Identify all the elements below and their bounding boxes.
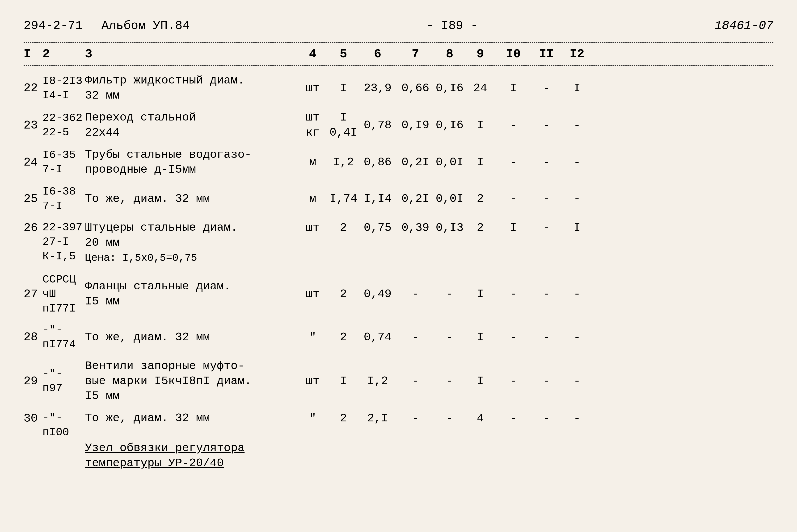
row-col7: 0,2I (397, 192, 434, 205)
row-col9: 2 (465, 192, 495, 205)
table-row: 26 22-39727-IК-I,5 Штуцеры стальные диам… (23, 215, 774, 265)
row-unit: шт (297, 375, 328, 388)
row-col6: I,2 (359, 375, 397, 388)
row-col10: - (495, 411, 531, 425)
table-row: 30 -"-пI00 То же, диам. 32 мм Узел обвяз… (23, 406, 774, 473)
row-col11: - (531, 192, 562, 205)
row-col7: 0,I9 (397, 119, 434, 132)
row-col6: 0,78 (359, 119, 397, 132)
row-col9: I (465, 330, 495, 344)
row-col10: I (495, 81, 531, 95)
row-col12: - (562, 330, 592, 344)
row-col12: I (562, 81, 592, 95)
row-col9: I (465, 375, 495, 388)
row-col6: 2,I (359, 411, 397, 425)
row-col8: 0,I6 (434, 81, 465, 95)
footer-note-line1: Узел обвязки регулятора (85, 441, 244, 455)
row-code: -"-пI774 (42, 323, 85, 352)
row-code: -"-п97 (42, 367, 85, 396)
row-col8: 0,I3 (434, 220, 465, 234)
row-col12: - (562, 156, 592, 169)
row-num: 22 (23, 81, 42, 95)
table-row: 22 I8-2I3I4-I Фильтр жидкостный диам.32 … (23, 66, 774, 106)
row-code: 22-39727-IК-I,5 (42, 220, 85, 263)
row-col6: 0,75 (359, 220, 397, 234)
row-desc: То же, диам. 32 мм Узел обвязки регулято… (85, 411, 297, 471)
row-unit: " (297, 411, 328, 425)
row-desc: Переход стальной22х44 (85, 110, 297, 140)
row-desc: Штуцеры стальные диам.20 мм Цена: I,5х0,… (85, 220, 297, 265)
row-col8: - (434, 411, 465, 425)
row-col11: - (531, 287, 562, 301)
row-col11: - (531, 156, 562, 169)
footer-note-line2: температуры УР-20/40 (85, 457, 224, 470)
row-code: -"-пI00 (42, 411, 85, 440)
row-desc: Фланцы стальные диам.I5 мм (85, 279, 297, 309)
row-col9: 2 (465, 220, 495, 234)
col-header-6: 6 (359, 47, 397, 61)
row-code: I6-387-I (42, 185, 85, 213)
row-desc: Вентили запорные муфто-вые марки I5кчI8п… (85, 359, 297, 404)
row-col5: 2 (328, 330, 359, 344)
row-col7: - (397, 375, 434, 388)
row-col7: 0,2I (397, 156, 434, 169)
row-col10: - (495, 287, 531, 301)
row-col8: 0,0I (434, 192, 465, 205)
row-col5: I0,4I (328, 110, 359, 140)
row-col5: I (328, 81, 359, 95)
row-col5: I,74 (328, 192, 359, 205)
page: 294-2-71 Альбом УП.84 - I89 - 18461-07 I… (0, 0, 797, 532)
row-col7: - (397, 287, 434, 301)
row-col10: - (495, 156, 531, 169)
row-col10: - (495, 375, 531, 388)
doc-number: 18461-07 (714, 19, 774, 33)
price-note: Цена: I,5х0,5=0,75 (85, 252, 197, 264)
row-code: I6-357-I (42, 148, 85, 177)
table-row: 27 ССРСЦчШпI77I Фланцы стальные диам.I5 … (23, 265, 774, 318)
row-col5: I (328, 375, 359, 388)
row-col8: 0,0I (434, 156, 465, 169)
row-col12: - (562, 375, 592, 388)
row-col7: 0,66 (397, 81, 434, 95)
row-col5: 2 (328, 220, 359, 234)
row-col9: I (465, 287, 495, 301)
row-num: 26 (23, 220, 42, 235)
row-col11: - (531, 119, 562, 132)
row-col5: 2 (328, 411, 359, 425)
row-num: 23 (23, 119, 42, 132)
row-col10: I (495, 220, 531, 234)
row-code: ССРСЦчШпI77I (42, 272, 85, 316)
row-col6: 0,86 (359, 156, 397, 169)
col-header-12: I2 (562, 47, 592, 61)
row-col11: - (531, 330, 562, 344)
row-col9: 24 (465, 81, 495, 95)
row-num: 28 (23, 330, 42, 344)
row-col5: I,2 (328, 156, 359, 169)
row-col12: - (562, 287, 592, 301)
row-col9: I (465, 156, 495, 169)
table-row: 29 -"-п97 Вентили запорные муфто-вые мар… (23, 354, 774, 406)
row-col8: 0,I6 (434, 119, 465, 132)
row-col8: - (434, 287, 465, 301)
row-desc: То же, диам. 32 мм (85, 192, 297, 205)
row-unit: " (297, 330, 328, 344)
col-header-8: 8 (434, 47, 465, 61)
header-left: 294-2-71 Альбом УП.84 (23, 19, 190, 33)
page-header: 294-2-71 Альбом УП.84 - I89 - 18461-07 (23, 19, 774, 33)
row-unit: шт (297, 287, 328, 301)
row-col12: - (562, 119, 592, 132)
row-code: 22-36222-5 (42, 111, 85, 139)
row-col8: - (434, 330, 465, 344)
row-col6: 23,9 (359, 81, 397, 95)
row-num: 30 (23, 411, 42, 425)
row-col9: I (465, 119, 495, 132)
row-unit: шткг (297, 110, 328, 140)
row-col7: - (397, 411, 434, 425)
table-row: 28 -"-пI774 То же, диам. 32 мм " 2 0,74 … (23, 318, 774, 354)
col-header-5: 5 (328, 47, 359, 61)
row-desc: То же, диам. 32 мм (85, 330, 297, 344)
row-unit: шт (297, 220, 328, 234)
row-col6: 0,49 (359, 287, 397, 301)
row-col7: - (397, 330, 434, 344)
row-code: I8-2I3I4-I (42, 74, 85, 102)
